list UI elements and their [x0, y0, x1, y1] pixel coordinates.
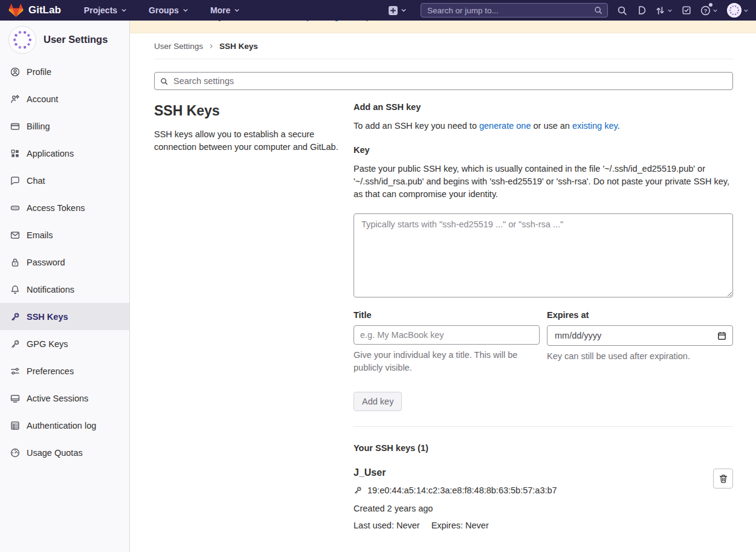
sidebar-item-applications[interactable]: Applications [0, 140, 129, 167]
sidebar-item-gpg-keys[interactable]: GPG Keys [0, 330, 129, 357]
expires-date-input[interactable]: mm/dd/yyyy [547, 325, 733, 346]
expires-field-label: Expires at [547, 310, 733, 320]
divider [354, 426, 733, 427]
ssh-key-name: J_User [354, 467, 557, 478]
chat-icon [10, 176, 20, 186]
chevron-down-icon [234, 5, 240, 15]
chevron-down-icon [743, 5, 749, 16]
sidebar-item-password[interactable]: Password [0, 248, 129, 276]
sidebar-item-account[interactable]: Account [0, 85, 129, 112]
page-description: SSH keys allow you to establish a secure… [154, 128, 338, 154]
expires-field-help: Key can still be used after expiration. [547, 350, 733, 363]
tanuki-icon [8, 3, 24, 18]
profile-icon [10, 67, 20, 77]
password-icon [10, 258, 20, 267]
breadcrumb: User Settings SSH Keys [154, 33, 733, 59]
gitlab-logo[interactable]: GitLab [8, 3, 61, 18]
chevron-down-icon [712, 5, 718, 16]
user-menu-button[interactable] [727, 3, 749, 18]
user-avatar [8, 26, 36, 54]
preferences-icon [10, 366, 20, 376]
todos-icon [682, 5, 691, 15]
issues-button[interactable] [636, 5, 646, 15]
sidebar-item-access-tokens[interactable]: Access Tokens [0, 194, 129, 221]
page-title: SSH Keys [154, 103, 338, 119]
generate-one-link[interactable]: generate one [479, 121, 531, 131]
settings-sidebar: User Settings Profile Account Billing Ap… [0, 21, 130, 552]
nav-groups[interactable]: Groups [149, 5, 189, 15]
usage-quotas-icon [10, 448, 20, 458]
expires-field-group: Expires at mm/dd/yyyy Key can still be u… [547, 310, 733, 374]
svg-text:?: ? [704, 7, 708, 13]
sidebar-item-notifications[interactable]: Notifications [0, 276, 129, 303]
global-search-input[interactable]: Search or jump to... [421, 3, 608, 18]
existing-key-link[interactable]: existing key [572, 121, 618, 131]
account-icon [10, 94, 20, 104]
key-title-input[interactable] [354, 325, 540, 345]
chevron-down-icon [667, 5, 673, 16]
top-navbar: GitLab Projects Groups More Searc [0, 0, 756, 21]
authentication-log-icon [10, 421, 20, 430]
delete-key-button[interactable] [713, 469, 733, 489]
sidebar-item-ssh-keys[interactable]: SSH Keys [0, 303, 129, 330]
chevron-right-icon [208, 44, 214, 49]
nav-projects[interactable]: Projects [84, 5, 127, 15]
new-menu-button[interactable] [388, 5, 407, 16]
search-button[interactable] [617, 5, 627, 16]
nav-more[interactable]: More [210, 5, 240, 15]
ssh-key-fingerprint-row: 19:e0:44:a5:14:c2:3a:e8:f8:48:8b:63:5b:5… [354, 485, 557, 495]
ssh-key-fingerprint: 19:e0:44:a5:14:c2:3a:e8:f8:48:8b:63:5b:5… [367, 485, 557, 495]
add-ssh-key-heading: Add an SSH key [354, 102, 733, 112]
emails-icon [10, 230, 20, 240]
merge-requests-icon [655, 5, 665, 16]
add-key-button[interactable]: Add key [354, 392, 402, 411]
chevron-down-icon [183, 5, 189, 15]
primary-nav: Projects Groups More [84, 5, 240, 15]
sidebar-item-active-sessions[interactable]: Active Sessions [0, 385, 129, 412]
global-search-placeholder: Search or jump to... [427, 6, 499, 15]
sidebar-item-chat[interactable]: Chat [0, 167, 129, 194]
main-content: User Settings SSH Keys SSH Keys SSH keys… [130, 33, 756, 548]
title-field-help: Give your individual key a title. This w… [354, 349, 540, 374]
help-button[interactable]: ? [700, 5, 718, 16]
notifications-icon [10, 285, 20, 294]
chevron-down-icon [401, 5, 407, 16]
sidebar-item-preferences[interactable]: Preferences [0, 357, 129, 385]
sidebar-item-emails[interactable]: Emails [0, 221, 129, 248]
sidebar-item-authentication-log[interactable]: Authentication log [0, 412, 129, 439]
ssh-key-list-item: J_User 19:e0:44:a5:14:c2:3a:e8:f8:48:8b:… [354, 467, 733, 530]
todos-button[interactable] [682, 5, 691, 15]
sidebar-nav: Profile Account Billing Applications Cha… [0, 58, 129, 466]
ssh-key-meta: Last used: Never Expires: Never [354, 521, 557, 530]
date-placeholder: mm/dd/yyyy [555, 331, 601, 340]
issues-icon [636, 5, 646, 15]
sidebar-item-billing[interactable]: Billing [0, 112, 129, 140]
search-icon [617, 5, 627, 16]
settings-search-input[interactable] [154, 72, 733, 90]
chevron-down-icon [121, 5, 127, 15]
add-ssh-key-intro: To add an SSH key you need to generate o… [354, 120, 733, 132]
breadcrumb-user-settings[interactable]: User Settings [154, 42, 203, 51]
merge-requests-button[interactable] [655, 5, 673, 16]
notification-dot [709, 3, 712, 7]
ssh-key-textarea[interactable] [354, 213, 733, 297]
calendar-icon[interactable] [717, 331, 726, 340]
sidebar-header: User Settings [0, 21, 129, 58]
sidebar-item-usage-quotas[interactable]: Usage Quotas [0, 439, 129, 466]
ssh-keys-icon [10, 312, 20, 322]
key-field-help: Paste your public SSH key, which is usua… [354, 163, 733, 201]
search-icon [160, 77, 168, 88]
ssh-key-last-used: Last used: Never [354, 521, 420, 530]
sidebar-item-profile[interactable]: Profile [0, 58, 129, 85]
section-intro: SSH Keys SSH keys allow you to establish… [154, 102, 338, 530]
key-icon [354, 486, 362, 495]
breadcrumb-ssh-keys: SSH Keys [219, 42, 258, 51]
plus-icon [388, 5, 398, 16]
active-sessions-icon [10, 394, 20, 403]
billing-icon [10, 122, 20, 131]
access-tokens-icon [10, 203, 20, 213]
ssh-key-created: Created 2 years ago [354, 504, 557, 513]
title-field-label: Title [354, 310, 540, 320]
your-ssh-keys-heading: Your SSH keys (1) [354, 443, 733, 453]
help-icon: ? [700, 5, 711, 16]
